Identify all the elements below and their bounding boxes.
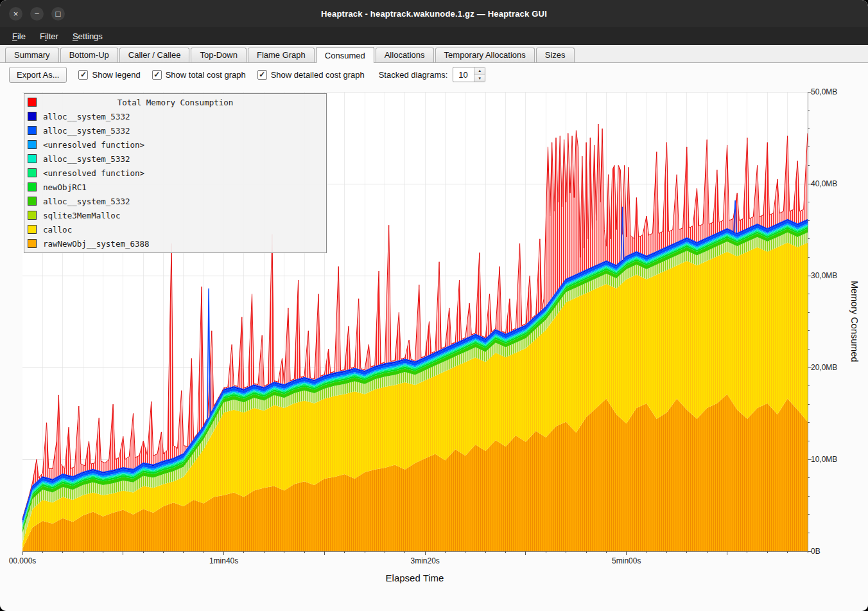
window-title: Heaptrack - heaptrack.wakunode.1.gz — He… [321, 9, 547, 19]
tab-summary[interactable]: Summary [5, 48, 59, 62]
y-tick-label: 30,0MB [811, 271, 837, 280]
checkbox-check-icon: ✓ [152, 70, 162, 80]
legend-item: calloc [24, 222, 326, 236]
legend-swatch [28, 140, 37, 149]
close-button[interactable]: × [9, 7, 22, 21]
y-tick-label: 20,0MB [811, 363, 837, 372]
menu-item-filter[interactable]: Filter [33, 27, 65, 45]
tab-flame-graph[interactable]: Flame Graph [248, 48, 315, 62]
legend-swatch [28, 168, 37, 177]
checkbox-check-icon: ✓ [257, 70, 267, 80]
legend-label: sqlite3MemMalloc [43, 211, 120, 220]
x-tick-label: 3min20s [394, 556, 456, 565]
legend-swatch [28, 197, 37, 206]
legend-item: sqlite3MemMalloc [24, 208, 326, 222]
spin-down-button[interactable]: ▼ [474, 75, 485, 82]
menubar: FileFilterSettings [0, 27, 868, 45]
menu-item-file[interactable]: File [5, 27, 33, 45]
show-total-cost-label: Show total cost graph [166, 70, 246, 80]
y-tick-label: 50,0MB [811, 87, 837, 96]
window-buttons: × − □ [9, 0, 65, 27]
legend-item: alloc__system_5332 [24, 194, 326, 208]
stacked-diagrams-control: Stacked diagrams: 10 ▲ ▼ [379, 67, 486, 82]
legend-swatch [28, 239, 37, 248]
tab-allocations[interactable]: Allocations [376, 48, 434, 62]
legend-label: alloc__system_5332 [43, 197, 130, 206]
legend-label: alloc__system_5332 [43, 126, 130, 136]
checkbox-check-icon: ✓ [78, 70, 88, 80]
spin-up-button[interactable]: ▲ [474, 67, 485, 75]
y-axis-title: Memory Consumed [846, 92, 864, 551]
legend-label: alloc__system_5332 [43, 154, 130, 164]
x-axis-title: Elapsed Time [0, 572, 829, 583]
legend-item: alloc__system_5332 [24, 109, 326, 123]
legend-swatch [28, 182, 37, 191]
maximize-button[interactable]: □ [51, 7, 65, 21]
tab-caller-callee[interactable]: Caller / Callee [119, 48, 190, 62]
legend-label: alloc__system_5332 [43, 112, 130, 121]
legend-label: rawNewObj__system_6388 [43, 239, 150, 249]
legend-label: calloc [43, 225, 72, 235]
y-tick-label: 10,0MB [811, 455, 837, 464]
y-tick-label: 40,0MB [811, 179, 837, 188]
show-detailed-cost-checkbox[interactable]: ✓ Show detailed cost graph [257, 70, 365, 80]
legend-item: alloc__system_5332 [24, 123, 326, 137]
stacked-diagrams-value[interactable]: 10 [453, 67, 474, 82]
legend-item: alloc__system_5332 [24, 152, 326, 166]
show-total-cost-checkbox[interactable]: ✓ Show total cost graph [152, 70, 246, 80]
legend-item: rawNewObj__system_6388 [24, 236, 326, 251]
legend-label: <unresolved function> [43, 168, 144, 178]
legend-swatch [28, 225, 37, 234]
legend-swatch [28, 126, 37, 135]
legend-item: <unresolved function> [24, 166, 326, 180]
legend-label: Total Memory Consumption [24, 98, 326, 107]
tabbar: SummaryBottom-UpCaller / CalleeTop-DownF… [0, 45, 868, 63]
heaptrack-window: × − □ Heaptrack - heaptrack.wakunode.1.g… [0, 0, 868, 611]
y-tick-label: 0B [811, 547, 820, 556]
tab-bottom-up[interactable]: Bottom-Up [60, 48, 118, 62]
x-tick-label: 00.000s [0, 556, 53, 565]
spin-buttons: ▲ ▼ [474, 67, 485, 82]
chart-pane: Total Memory Consumptionalloc__system_53… [0, 86, 868, 611]
legend-item: <unresolved function> [24, 137, 326, 152]
tab-top-down[interactable]: Top-Down [191, 48, 247, 62]
chart-legend: Total Memory Consumptionalloc__system_53… [24, 93, 327, 253]
maximize-icon: □ [56, 10, 61, 18]
x-tick-label: 5min00s [596, 556, 657, 565]
stacked-diagrams-label: Stacked diagrams: [379, 70, 448, 80]
legend-label: newObjRC1 [43, 182, 87, 192]
minimize-button[interactable]: − [30, 7, 44, 21]
legend-label: <unresolved function> [43, 140, 144, 150]
show-detailed-cost-label: Show detailed cost graph [271, 70, 365, 80]
titlebar[interactable]: × − □ Heaptrack - heaptrack.wakunode.1.g… [0, 0, 868, 27]
show-legend-checkbox[interactable]: ✓ Show legend [78, 70, 140, 80]
close-icon: × [13, 10, 19, 18]
minimize-icon: − [35, 10, 40, 18]
x-tick-label: 1min40s [193, 556, 255, 565]
menu-item-settings[interactable]: Settings [65, 27, 110, 45]
legend-swatch [28, 112, 37, 121]
legend-item: newObjRC1 [24, 180, 326, 194]
legend-swatch [28, 154, 37, 163]
export-as-button[interactable]: Export As... [9, 67, 67, 83]
stacked-diagrams-spinbox[interactable]: 10 ▲ ▼ [453, 67, 485, 82]
show-legend-label: Show legend [92, 70, 140, 80]
tab-sizes[interactable]: Sizes [536, 48, 575, 62]
tab-consumed[interactable]: Consumed [316, 47, 374, 63]
legend-swatch [28, 211, 37, 220]
legend-title-row: Total Memory Consumption [24, 95, 326, 109]
tab-temporary-allocations[interactable]: Temporary Allocations [435, 48, 535, 62]
toolbar: Export As... ✓ Show legend ✓ Show total … [0, 63, 868, 86]
